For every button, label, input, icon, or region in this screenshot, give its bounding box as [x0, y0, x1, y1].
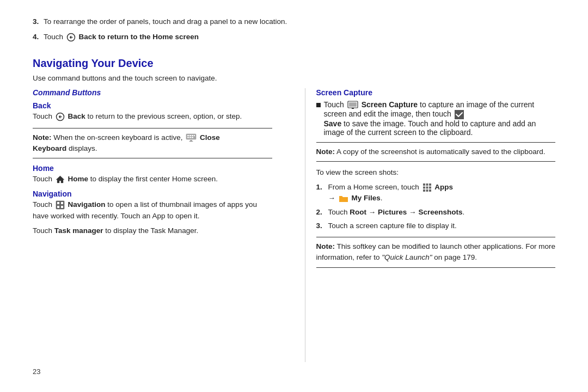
home-description: Touch Home to display the first center H… [33, 174, 272, 185]
back-icon [66, 33, 76, 42]
note1-bold3: Keyboard [33, 144, 66, 152]
right-column: Screen Capture Touch Screen Capture to c… [305, 88, 556, 362]
step2-screenshots: Screenshots [418, 208, 462, 216]
sc-bold: Screen Capture [362, 100, 418, 109]
bullet-icon [316, 103, 321, 107]
svg-rect-15 [61, 206, 63, 208]
step3r-num: 3. [316, 220, 326, 231]
step-num-4: 4. [33, 32, 39, 42]
svg-rect-27 [426, 189, 428, 192]
step1-apps-bold: Apps [434, 183, 453, 191]
step2-root: Root [350, 208, 366, 216]
close-keyboard-icon [186, 133, 197, 142]
svg-rect-23 [423, 186, 425, 188]
two-col-layout: Command Buttons Back Touch Back to retur… [33, 88, 555, 362]
nav-bold: Navigation [68, 200, 106, 209]
step2-pictures: Pictures [378, 208, 407, 216]
step2-arrow2: → [409, 208, 418, 216]
home-pre: Touch [33, 175, 52, 183]
svg-rect-26 [423, 189, 425, 192]
task-manager-text: Touch Task manager to display the Task M… [33, 225, 272, 237]
note3-italic: "Quick Launch" [382, 253, 432, 261]
step-3-text: To rearrange the order of panels, touch … [44, 17, 287, 26]
screen-capture-bullet: Touch Screen Capture to capture an image… [316, 100, 556, 137]
folder-icon [339, 195, 348, 203]
back-bold: Back [68, 112, 85, 120]
svg-rect-4 [189, 135, 191, 136]
navigation-description: Touch Navigation to open a list of thumb… [33, 199, 272, 222]
step2-num: 2. [316, 207, 326, 218]
apps-icon [422, 183, 432, 192]
step-2: 2. Touch Root → Pictures → Screenshots. [316, 207, 556, 218]
svg-rect-24 [426, 186, 428, 188]
step3r-content: Touch a screen capture file to display i… [328, 220, 457, 231]
svg-rect-8 [189, 137, 191, 138]
note1-text2: displays. [69, 144, 97, 152]
sc-bold2: Save [324, 119, 342, 128]
svg-rect-7 [187, 137, 189, 138]
view-text: To view the screen shots: [316, 167, 556, 179]
note3-text2: on page 179. [434, 253, 477, 261]
svg-rect-17 [349, 102, 357, 107]
step1-pre: From a Home screen, touch [328, 183, 421, 191]
save-icon [455, 110, 464, 119]
svg-rect-2 [186, 134, 196, 139]
step1-myfiles-bold: My Files [352, 194, 381, 202]
step-4-text-pre: Touch [44, 33, 63, 41]
screenshot-steps: 1. From a Home screen, touch [316, 182, 556, 231]
note1-text: When the on-screen keyboard is active, [53, 133, 185, 142]
sc-pre: Touch [324, 100, 344, 109]
note-softkey: Note: This softkey can be modified to la… [316, 237, 556, 268]
home-bold: Home [68, 175, 89, 183]
step2-content: Touch Root → Pictures → Screenshots. [328, 207, 465, 218]
svg-rect-21 [426, 183, 428, 186]
step-1: 1. From a Home screen, touch [316, 182, 556, 204]
step-4: 4. Touch Back to return to the Home scre… [33, 32, 555, 42]
tm-post: to display the Task Manager. [105, 226, 198, 235]
svg-rect-20 [423, 183, 425, 186]
step1-arrow: → [328, 194, 338, 202]
screencap-icon [347, 101, 358, 109]
svg-rect-5 [192, 135, 193, 136]
svg-rect-13 [61, 202, 63, 204]
navigation-heading: Navigation [33, 189, 272, 198]
page: 3. To rearrange the order of panels, tou… [0, 0, 588, 392]
home-icon [56, 175, 65, 184]
note3-bold: Note: [316, 242, 335, 250]
step1-content: From a Home screen, touch [328, 182, 454, 204]
nav-post: to open a list of thumbnail images of ap… [33, 200, 257, 220]
step2-arrow1: → [369, 208, 378, 216]
page-number: 23 [33, 367, 555, 376]
note-screenshot: Note: A copy of the screenshot is automa… [316, 142, 556, 162]
note-keyboard: Note: When the on-screen keyboard is act… [33, 128, 272, 159]
step-num-3: 3. [33, 16, 39, 27]
tm-pre: Touch [33, 226, 52, 235]
svg-rect-6 [194, 135, 195, 136]
screen-capture-heading: Screen Capture [316, 88, 556, 97]
intro-steps: 3. To rearrange the order of panels, tou… [33, 16, 555, 47]
left-column: Command Buttons Back Touch Back to retur… [33, 88, 283, 362]
sc-text2: to save the image. Touch and hold to cap… [324, 119, 536, 137]
step1-num: 1. [316, 182, 326, 193]
svg-rect-14 [57, 206, 59, 208]
note1-bold: Note: [33, 133, 52, 142]
svg-rect-9 [192, 137, 193, 138]
svg-rect-12 [57, 202, 59, 204]
sc-description: Touch Screen Capture to capture an image… [324, 100, 556, 137]
section-title: Navigating Your Device [33, 57, 555, 70]
nav-pre: Touch [33, 200, 52, 209]
command-buttons-heading: Command Buttons [33, 88, 272, 97]
svg-rect-22 [429, 183, 431, 186]
step-4-back-bold: Back to return to the Home screen [79, 33, 199, 41]
home-post: to display the first center Home screen. [90, 175, 218, 183]
svg-rect-3 [187, 135, 189, 136]
step-3: 3. To rearrange the order of panels, tou… [33, 16, 555, 27]
back-heading: Back [33, 101, 272, 110]
back-description: Touch Back to return to the previous scr… [33, 111, 272, 122]
navigation-icon [56, 200, 65, 210]
note2-bold: Note: [316, 148, 335, 156]
tm-bold: Task manager [54, 226, 106, 235]
svg-rect-28 [429, 189, 431, 192]
back-post: to return to the previous screen, option… [88, 112, 242, 120]
step-3-right: 3. Touch a screen capture file to displa… [316, 220, 556, 231]
